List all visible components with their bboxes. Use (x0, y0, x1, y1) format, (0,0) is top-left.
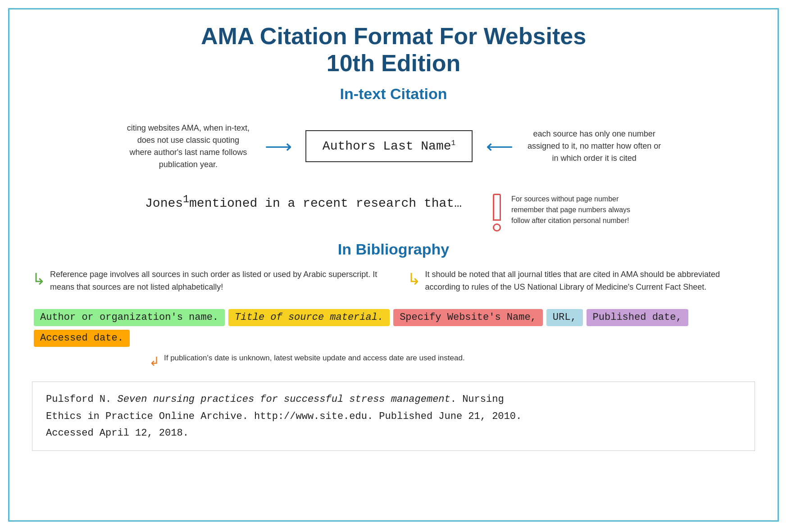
citation-box: Authors Last Name1 (305, 130, 473, 162)
biblio-notes-row: ↳ Reference page involves all sources in… (32, 268, 755, 294)
example-citation: Pulsford N. Seven nursing practices for … (32, 382, 755, 451)
biblio-note-left: ↳ Reference page involves all sources in… (32, 268, 380, 294)
example-row: Jones1mentioned in a recent research tha… (32, 194, 755, 232)
tag-author: Author or organization's name. (34, 309, 225, 326)
green-arrow-icon: ↳ (32, 270, 45, 289)
exclamation-note: For sources without page number remember… (489, 194, 642, 232)
intext-left-note: citing websites AMA, when in-text, does … (125, 122, 251, 171)
bibliography-header: In Bibliography (32, 241, 755, 258)
orange-arrow-icon: ↲ (149, 354, 159, 369)
biblio-note-right-text: It should be noted that all journal titl… (425, 268, 755, 294)
intext-right-note: each source has only one number assigned… (527, 128, 662, 164)
page-title: AMA Citation Format For Websites 10th Ed… (32, 23, 755, 77)
arrow-left-icon: ⟵ (486, 135, 513, 157)
tag-title: Title of source material. (228, 309, 390, 326)
tag-accessed: Accessed date. (34, 330, 130, 347)
exclamation-note-text: For sources without page number remember… (511, 194, 642, 226)
citation-format-row: Author or organization's name. Title of … (32, 307, 755, 349)
date-note-text: If publication's date is unknown, latest… (164, 352, 465, 364)
biblio-note-left-text: Reference page involves all sources in s… (50, 268, 380, 294)
tag-published: Published date, (587, 309, 688, 326)
intext-header: In-text Citation (32, 85, 755, 103)
yellow-arrow-icon: ↳ (407, 270, 421, 289)
main-container: AMA Citation Format For Websites 10th Ed… (8, 8, 779, 522)
tag-website: Specify Website's Name, (393, 309, 543, 326)
arrow-right-icon: ⟶ (265, 135, 292, 157)
bibliography-section: ↳ Reference page involves all sources in… (32, 268, 755, 451)
exclamation-icon (489, 194, 505, 232)
biblio-note-right: ↳ It should be noted that all journal ti… (407, 268, 755, 294)
tag-url: URL, (546, 309, 583, 326)
example-italic: Seven nursing practices for successful s… (117, 394, 450, 405)
intext-section: citing websites AMA, when in-text, does … (32, 113, 755, 180)
date-note-row: ↲ If publication's date is unknown, late… (149, 352, 755, 369)
example-sentence: Jones1mentioned in a recent research tha… (145, 194, 462, 210)
